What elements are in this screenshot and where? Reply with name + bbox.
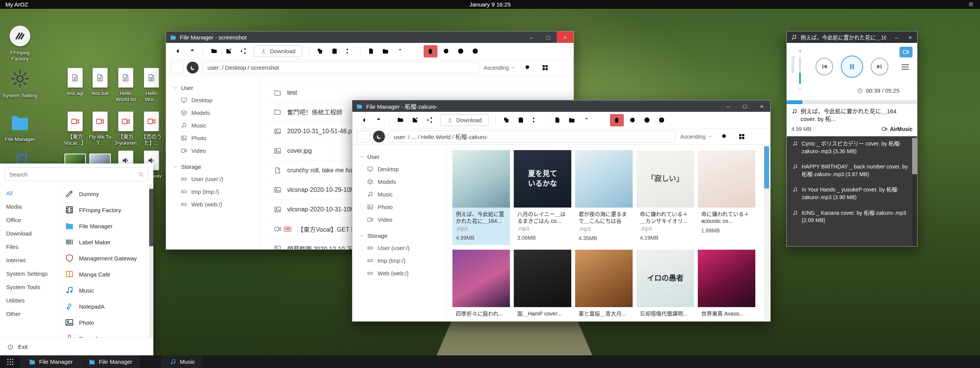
sidebar-item-tmp-tmp[interactable]: tmp (tmp:/): [166, 185, 260, 198]
share-button[interactable]: [236, 45, 250, 57]
paste-button[interactable]: [328, 45, 342, 57]
sidebar-item-music[interactable]: Music: [166, 119, 260, 132]
sidebar-item-desktop[interactable]: Desktop: [166, 94, 260, 106]
file-card[interactable]: 君が夜の海に還るまで＿こんにちは谷田....mp34.35MB: [575, 150, 633, 245]
previous-track-button[interactable]: [816, 58, 833, 75]
path-input[interactable]: user: / Desktop / screenshot: [202, 62, 479, 74]
open-button[interactable]: [393, 114, 407, 126]
sidebar-item-web-web[interactable]: Web (web:/): [352, 267, 446, 280]
path-input[interactable]: user: / ... / Hello World / 柘榴-zakuro-: [388, 131, 676, 142]
new-folder-button[interactable]: [565, 114, 579, 126]
desktop-icon-ffmpeg-factory[interactable]: FFmpeg Factory: [2, 24, 38, 62]
app-item-photo[interactable]: Photo: [59, 314, 153, 330]
sort-dropdown[interactable]: Ascending: [681, 134, 712, 140]
info-button[interactable]: [640, 114, 654, 126]
player-menu-button[interactable]: [900, 62, 910, 72]
upload-button[interactable]: [580, 114, 594, 126]
pause-button[interactable]: [841, 56, 863, 78]
desktop-icon-file-manager[interactable]: File Manager: [2, 111, 38, 142]
sidebar-item-music[interactable]: Music: [352, 188, 446, 201]
open-button[interactable]: [207, 45, 221, 57]
brand-menu[interactable]: My ArOZ: [5, 1, 28, 8]
window-titlebar[interactable]: File Manager - screenshot – □ ×: [166, 31, 574, 43]
app-item-file-manager[interactable]: File Manager: [59, 218, 153, 234]
desktop-icon-system-setting[interactable]: System Setting: [2, 67, 38, 99]
new-file-button[interactable]: [364, 45, 378, 57]
minimize-button[interactable]: –: [720, 100, 737, 112]
category-system-settings[interactable]: System Settings: [0, 267, 58, 280]
cut-button[interactable]: [342, 45, 356, 57]
desktop-file-hello-wor[interactable]: Hello Wor...: [140, 67, 163, 102]
list-view-button[interactable]: [752, 131, 766, 143]
sidebar-item-video[interactable]: Video: [166, 144, 260, 157]
new-file-button[interactable]: [551, 114, 564, 126]
share-button[interactable]: [423, 114, 436, 126]
rename-button[interactable]: [594, 114, 608, 126]
sidebar-item-models[interactable]: Models: [166, 106, 260, 119]
sidebar-item-models[interactable]: Models: [352, 175, 446, 188]
next-track-button[interactable]: [871, 58, 888, 75]
volume-up-button[interactable]: +: [798, 47, 802, 55]
app-item-music[interactable]: Music: [59, 282, 153, 298]
sidebar-toggle-button[interactable]: [171, 62, 183, 74]
maximize-button[interactable]: □: [737, 100, 753, 112]
refresh-button[interactable]: [626, 114, 640, 126]
app-item-recorder[interactable]: Recorder: [59, 330, 153, 338]
taskbar-item-file-manager[interactable]: File Manager: [81, 355, 140, 368]
app-item-ffmpeg-factory[interactable]: FFmpeg Factory: [59, 202, 153, 218]
close-button[interactable]: ×: [903, 31, 917, 43]
upload-button[interactable]: [393, 45, 407, 57]
up-button[interactable]: [372, 114, 385, 126]
close-button[interactable]: ×: [557, 31, 574, 43]
app-item-dummy[interactable]: Dummy: [59, 186, 153, 202]
search-input[interactable]: [9, 171, 135, 178]
cut-button[interactable]: [529, 114, 543, 126]
help-button[interactable]: ?: [655, 114, 669, 126]
taskbar-item-music[interactable]: Music: [161, 355, 202, 368]
menu-scrollbar[interactable]: [149, 184, 153, 338]
playlist-item[interactable]: In Your Hands _ yusukeP cover. by 柘榴-zak…: [787, 182, 911, 205]
playlist-scrollbar[interactable]: [912, 136, 917, 246]
playlist-item[interactable]: HAPPY BIRTHDAY _ back number cover. by 柘…: [787, 159, 911, 182]
file-card[interactable]: 「寂しい」命に嫌われている＋＿カンザキイオリ....mp34.19MB: [636, 150, 694, 245]
dark-mode-button[interactable]: [187, 62, 199, 74]
window-titlebar[interactable]: File Manager - 柘榴-zakuro- – □ ×: [352, 100, 770, 112]
app-item-notepada[interactable]: NotepadA: [59, 298, 153, 314]
minimize-button[interactable]: –: [890, 31, 903, 43]
list-view-button[interactable]: [555, 62, 569, 74]
scrollbar-thumb[interactable]: [764, 146, 769, 188]
download-button[interactable]: Download: [254, 45, 302, 57]
airmusic-badge[interactable]: AirMusic: [881, 126, 913, 132]
close-button[interactable]: ×: [753, 100, 770, 112]
airplay-cast-button[interactable]: [899, 47, 913, 57]
file-card[interactable]: 世界東真 Avaso...: [698, 250, 755, 321]
playlist-item[interactable]: KING _ Kanaria cover. by 柘榴-zakuro-.mp3 …: [787, 206, 911, 229]
open-in-new-button[interactable]: [222, 45, 235, 57]
top-menu-icon[interactable]: [967, 2, 975, 7]
sidebar-item-tmp-tmp[interactable]: tmp (tmp:/): [352, 254, 446, 267]
desktop-file-file[interactable]: 【恋のうた】...: [140, 111, 163, 146]
sidebar-section-user[interactable]: User: [166, 82, 260, 94]
file-card[interactable]: 四季折々に扱われ...: [452, 250, 510, 321]
scrollbar[interactable]: [764, 146, 769, 320]
rename-button[interactable]: [408, 45, 422, 57]
file-card[interactable]: イロの愚者忘却感傷代償講明...: [636, 250, 694, 321]
category-files[interactable]: Files: [0, 240, 58, 254]
app-item-manga-cafe[interactable]: Manga Cafe: [59, 266, 153, 282]
grid-view-button[interactable]: [538, 62, 552, 74]
maximize-button[interactable]: □: [540, 31, 557, 43]
info-button[interactable]: [454, 45, 468, 57]
sidebar-item-web-web[interactable]: Web (web:/): [166, 198, 260, 211]
volume-down-button[interactable]: −: [798, 86, 802, 93]
taskbar-item-file-manager[interactable]: File Manager: [21, 355, 81, 368]
search-icon[interactable]: [138, 171, 144, 178]
category-office[interactable]: Office: [0, 213, 58, 227]
refresh-button[interactable]: [439, 45, 453, 57]
sidebar-toggle-button[interactable]: [357, 131, 370, 142]
back-button[interactable]: [171, 45, 184, 57]
menu-scrollbar-thumb[interactable]: [149, 189, 153, 246]
sidebar-section-storage[interactable]: Storage: [352, 230, 446, 242]
desktop-file-hello-world-txt[interactable]: Hello World.txt: [114, 67, 138, 102]
category-utilities[interactable]: Utilities: [0, 294, 58, 307]
playlist-scrollbar-thumb[interactable]: [912, 138, 917, 174]
